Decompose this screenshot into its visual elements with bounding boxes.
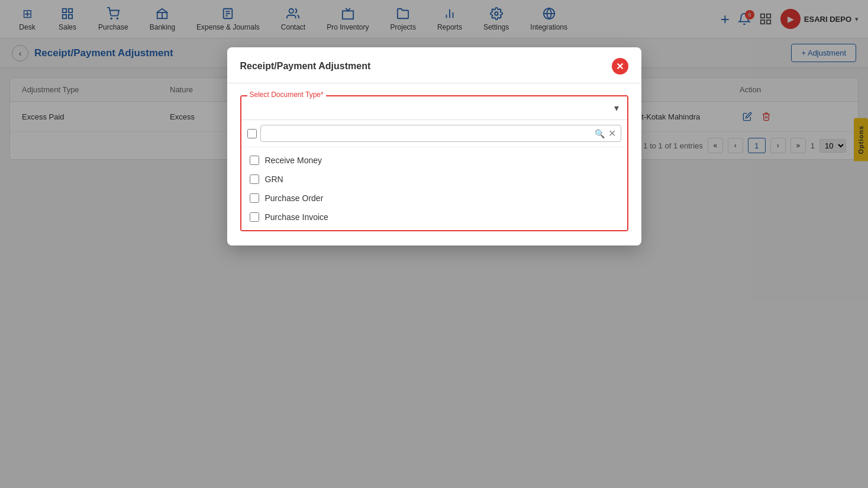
select-all-checkbox[interactable] <box>247 129 257 138</box>
option-label-purchase-invoice: Purchase Invoice <box>265 212 328 222</box>
option-label-purchase-order: Purchase Order <box>265 193 324 203</box>
option-label-grn: GRN <box>265 174 283 184</box>
modal-body: Select Document Type* ▾ 🔍 ✕ <box>227 83 641 245</box>
option-purchase-invoice[interactable]: Purchase Invoice <box>241 208 627 227</box>
chevron-down-icon: ▾ <box>614 102 619 114</box>
modal-dialog: Receipt/Payment Adjustment ✕ Select Docu… <box>227 47 641 245</box>
modal-overlay: Receipt/Payment Adjustment ✕ Select Docu… <box>0 0 868 488</box>
option-purchase-order[interactable]: Purchase Order <box>241 189 627 208</box>
dropdown-open-panel: ▾ 🔍 ✕ Rec <box>241 96 627 230</box>
dropdown-label: Select Document Type* <box>247 91 326 99</box>
modal-header: Receipt/Payment Adjustment ✕ <box>227 47 641 83</box>
document-type-dropdown[interactable]: Select Document Type* ▾ 🔍 ✕ <box>240 95 628 231</box>
dropdown-search-input[interactable] <box>266 129 591 138</box>
modal-title: Receipt/Payment Adjustment <box>240 61 371 72</box>
option-checkbox-purchase-order[interactable] <box>250 193 259 203</box>
option-grn[interactable]: GRN <box>241 170 627 189</box>
option-checkbox-grn[interactable] <box>250 174 259 184</box>
search-wrapper: 🔍 ✕ <box>260 125 621 142</box>
clear-search-icon[interactable]: ✕ <box>608 128 616 139</box>
option-receive-money[interactable]: Receive Money <box>241 151 627 170</box>
dropdown-header-row[interactable]: ▾ <box>241 96 627 120</box>
dropdown-options-list: Receive Money GRN Purchase Order Pu <box>241 147 627 230</box>
modal-close-button[interactable]: ✕ <box>612 58 628 75</box>
dropdown-search-row: 🔍 ✕ <box>241 120 627 147</box>
option-label-receive-money: Receive Money <box>265 156 322 165</box>
option-checkbox-receive-money[interactable] <box>250 156 259 165</box>
search-icon[interactable]: 🔍 <box>595 129 605 138</box>
option-checkbox-purchase-invoice[interactable] <box>250 212 259 222</box>
